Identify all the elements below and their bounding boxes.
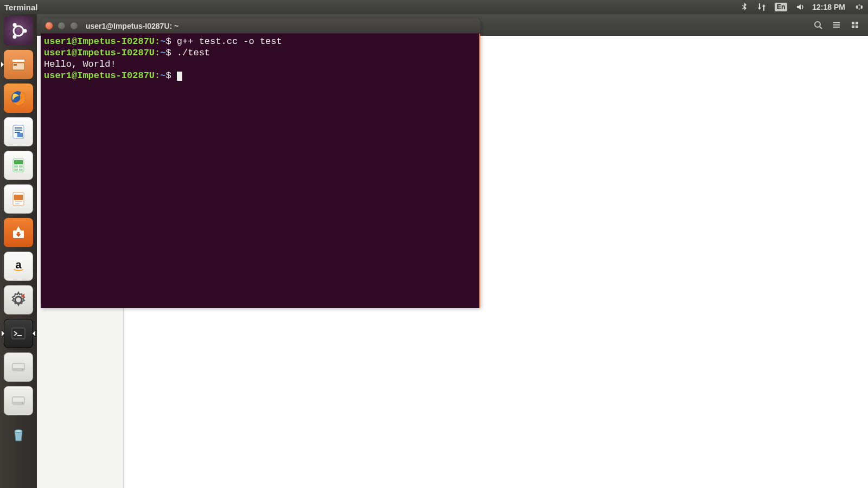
- launcher-firefox[interactable]: [4, 84, 33, 113]
- svg-point-33: [22, 403, 23, 404]
- svg-rect-12: [17, 133, 23, 137]
- window-maximize-button[interactable]: [70, 22, 78, 30]
- svg-rect-38: [833, 27, 840, 28]
- launcher-disk2[interactable]: [4, 386, 33, 415]
- window-close-button[interactable]: [45, 22, 53, 30]
- prompt-symbol: $: [165, 48, 176, 58]
- svg-text:a: a: [15, 259, 22, 271]
- terminal-output: Hello, World!: [44, 59, 476, 70]
- launcher-terminal[interactable]: [4, 319, 33, 348]
- svg-rect-27: [17, 335, 22, 336]
- svg-rect-15: [14, 165, 18, 168]
- launcher-writer[interactable]: [4, 117, 33, 146]
- view-list-icon[interactable]: [829, 17, 844, 33]
- language-badge: En: [775, 3, 787, 11]
- active-app-title: Terminal: [0, 3, 37, 12]
- svg-rect-11: [15, 132, 20, 133]
- svg-rect-17: [14, 169, 18, 171]
- launcher-impress[interactable]: [4, 184, 33, 214]
- svg-point-25: [15, 297, 22, 303]
- launcher-dash[interactable]: [4, 16, 33, 46]
- terminal-body[interactable]: user1@Impetus-I0287U:~$ g++ test.cc -o t…: [41, 34, 480, 308]
- terminal-command: ./test: [177, 48, 210, 58]
- svg-rect-6: [14, 64, 17, 66]
- svg-rect-36: [833, 22, 840, 23]
- launcher-trash[interactable]: [4, 420, 33, 449]
- language-indicator[interactable]: En: [770, 0, 792, 14]
- svg-point-1: [23, 29, 27, 33]
- bluetooth-icon[interactable]: [736, 0, 753, 14]
- svg-rect-41: [852, 25, 854, 28]
- svg-point-3: [13, 35, 17, 39]
- svg-point-0: [14, 26, 23, 36]
- prompt-path: ~: [160, 70, 165, 81]
- terminal-window[interactable]: user1@Impetus-I0287U: ~ user1@Impetus-I0…: [41, 18, 480, 308]
- svg-point-2: [13, 23, 17, 27]
- svg-rect-10: [15, 130, 22, 131]
- svg-rect-14: [14, 160, 23, 164]
- svg-rect-9: [15, 127, 22, 129]
- launcher-calc[interactable]: [4, 151, 33, 180]
- svg-rect-18: [19, 169, 23, 171]
- prompt-user-host: user1@Impetus-I0287U: [44, 48, 155, 58]
- prompt-symbol: $: [165, 70, 176, 81]
- svg-point-30: [22, 369, 23, 370]
- launcher-settings[interactable]: [4, 285, 33, 314]
- top-panel: Terminal En 12:18 PM: [0, 0, 868, 14]
- search-icon[interactable]: [810, 17, 826, 33]
- prompt-user-host: user1@Impetus-I0287U: [44, 36, 155, 47]
- launcher-amazon[interactable]: a: [4, 252, 33, 281]
- launcher-software[interactable]: [4, 218, 33, 247]
- svg-rect-42: [856, 25, 858, 28]
- svg-point-34: [15, 430, 22, 433]
- prompt-path: ~: [160, 36, 165, 47]
- svg-rect-26: [12, 328, 25, 339]
- svg-point-35: [815, 22, 820, 27]
- launcher: a: [0, 14, 37, 488]
- prompt-user-host: user1@Impetus-I0287U: [44, 70, 155, 81]
- window-minimize-button[interactable]: [58, 22, 66, 30]
- svg-rect-16: [19, 165, 23, 168]
- terminal-titlebar[interactable]: user1@Impetus-I0287U: ~: [41, 18, 480, 34]
- svg-rect-40: [856, 22, 858, 24]
- svg-rect-39: [852, 22, 854, 24]
- svg-rect-22: [15, 203, 20, 204]
- terminal-command: g++ test.cc -o test: [177, 36, 282, 47]
- svg-rect-20: [14, 195, 23, 200]
- view-grid-icon[interactable]: [847, 17, 863, 33]
- svg-rect-4: [12, 60, 24, 62]
- prompt-symbol: $: [165, 36, 176, 47]
- launcher-disk1[interactable]: [4, 352, 33, 382]
- svg-rect-5: [12, 63, 24, 70]
- terminal-cursor: [177, 72, 182, 81]
- svg-rect-21: [15, 201, 22, 202]
- svg-rect-37: [833, 24, 840, 25]
- prompt-path: ~: [160, 48, 165, 58]
- session-gear-icon[interactable]: [851, 0, 868, 14]
- sound-icon[interactable]: [792, 0, 809, 14]
- clock[interactable]: 12:18 PM: [809, 3, 851, 11]
- terminal-title: user1@Impetus-I0287U: ~: [86, 22, 178, 30]
- launcher-files[interactable]: [4, 50, 33, 79]
- network-icon[interactable]: [753, 0, 770, 14]
